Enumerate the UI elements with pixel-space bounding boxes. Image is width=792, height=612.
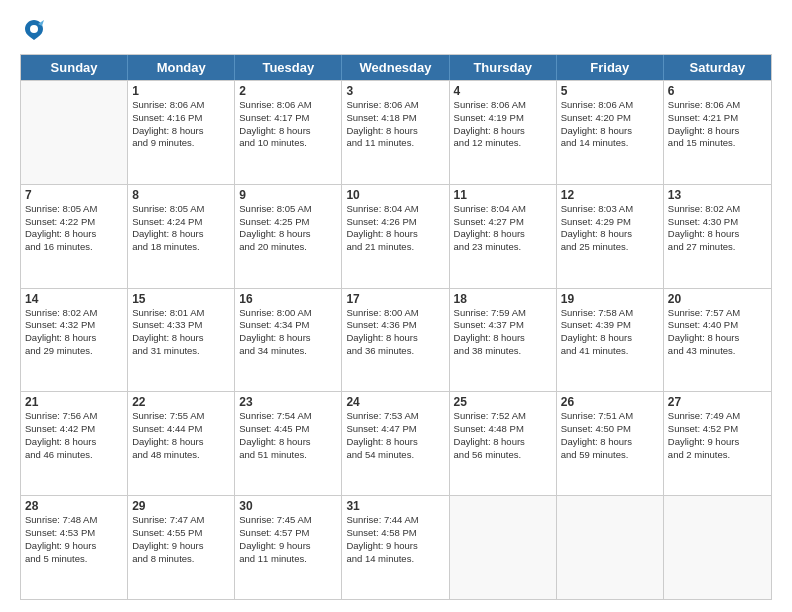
day-info: Sunrise: 8:03 AM Sunset: 4:29 PM Dayligh… <box>561 203 659 254</box>
calendar-cell-14: 14Sunrise: 8:02 AM Sunset: 4:32 PM Dayli… <box>21 289 128 392</box>
day-info: Sunrise: 7:59 AM Sunset: 4:37 PM Dayligh… <box>454 307 552 358</box>
calendar-cell-23: 23Sunrise: 7:54 AM Sunset: 4:45 PM Dayli… <box>235 392 342 495</box>
day-info: Sunrise: 8:05 AM Sunset: 4:25 PM Dayligh… <box>239 203 337 254</box>
day-info: Sunrise: 8:02 AM Sunset: 4:32 PM Dayligh… <box>25 307 123 358</box>
day-number: 13 <box>668 188 767 202</box>
calendar-cell-4: 4Sunrise: 8:06 AM Sunset: 4:19 PM Daylig… <box>450 81 557 184</box>
day-number: 31 <box>346 499 444 513</box>
day-info: Sunrise: 8:06 AM Sunset: 4:18 PM Dayligh… <box>346 99 444 150</box>
day-info: Sunrise: 8:06 AM Sunset: 4:16 PM Dayligh… <box>132 99 230 150</box>
weekday-header-thursday: Thursday <box>450 55 557 80</box>
calendar-cell-1: 1Sunrise: 8:06 AM Sunset: 4:16 PM Daylig… <box>128 81 235 184</box>
day-number: 8 <box>132 188 230 202</box>
calendar-row-0: 1Sunrise: 8:06 AM Sunset: 4:16 PM Daylig… <box>21 80 771 184</box>
day-number: 14 <box>25 292 123 306</box>
calendar-cell-11: 11Sunrise: 8:04 AM Sunset: 4:27 PM Dayli… <box>450 185 557 288</box>
day-number: 1 <box>132 84 230 98</box>
day-info: Sunrise: 7:47 AM Sunset: 4:55 PM Dayligh… <box>132 514 230 565</box>
day-info: Sunrise: 7:51 AM Sunset: 4:50 PM Dayligh… <box>561 410 659 461</box>
day-info: Sunrise: 8:02 AM Sunset: 4:30 PM Dayligh… <box>668 203 767 254</box>
calendar-row-4: 28Sunrise: 7:48 AM Sunset: 4:53 PM Dayli… <box>21 495 771 599</box>
calendar-cell-6: 6Sunrise: 8:06 AM Sunset: 4:21 PM Daylig… <box>664 81 771 184</box>
calendar-body: 1Sunrise: 8:06 AM Sunset: 4:16 PM Daylig… <box>21 80 771 599</box>
day-number: 28 <box>25 499 123 513</box>
logo-icon <box>20 16 48 44</box>
day-info: Sunrise: 8:00 AM Sunset: 4:36 PM Dayligh… <box>346 307 444 358</box>
day-info: Sunrise: 7:58 AM Sunset: 4:39 PM Dayligh… <box>561 307 659 358</box>
calendar-cell-8: 8Sunrise: 8:05 AM Sunset: 4:24 PM Daylig… <box>128 185 235 288</box>
day-number: 25 <box>454 395 552 409</box>
calendar-cell-10: 10Sunrise: 8:04 AM Sunset: 4:26 PM Dayli… <box>342 185 449 288</box>
calendar-cell-3: 3Sunrise: 8:06 AM Sunset: 4:18 PM Daylig… <box>342 81 449 184</box>
calendar-cell-9: 9Sunrise: 8:05 AM Sunset: 4:25 PM Daylig… <box>235 185 342 288</box>
calendar-row-2: 14Sunrise: 8:02 AM Sunset: 4:32 PM Dayli… <box>21 288 771 392</box>
weekday-header-tuesday: Tuesday <box>235 55 342 80</box>
day-number: 7 <box>25 188 123 202</box>
day-info: Sunrise: 7:56 AM Sunset: 4:42 PM Dayligh… <box>25 410 123 461</box>
day-info: Sunrise: 7:52 AM Sunset: 4:48 PM Dayligh… <box>454 410 552 461</box>
day-info: Sunrise: 7:57 AM Sunset: 4:40 PM Dayligh… <box>668 307 767 358</box>
day-number: 12 <box>561 188 659 202</box>
calendar-cell-28: 28Sunrise: 7:48 AM Sunset: 4:53 PM Dayli… <box>21 496 128 599</box>
day-number: 24 <box>346 395 444 409</box>
day-info: Sunrise: 8:01 AM Sunset: 4:33 PM Dayligh… <box>132 307 230 358</box>
calendar: SundayMondayTuesdayWednesdayThursdayFrid… <box>20 54 772 600</box>
calendar-cell-19: 19Sunrise: 7:58 AM Sunset: 4:39 PM Dayli… <box>557 289 664 392</box>
calendar-cell-30: 30Sunrise: 7:45 AM Sunset: 4:57 PM Dayli… <box>235 496 342 599</box>
day-number: 15 <box>132 292 230 306</box>
day-number: 22 <box>132 395 230 409</box>
day-number: 20 <box>668 292 767 306</box>
day-number: 27 <box>668 395 767 409</box>
calendar-cell-29: 29Sunrise: 7:47 AM Sunset: 4:55 PM Dayli… <box>128 496 235 599</box>
weekday-header-sunday: Sunday <box>21 55 128 80</box>
day-info: Sunrise: 8:06 AM Sunset: 4:20 PM Dayligh… <box>561 99 659 150</box>
calendar-cell-16: 16Sunrise: 8:00 AM Sunset: 4:34 PM Dayli… <box>235 289 342 392</box>
calendar-cell-5: 5Sunrise: 8:06 AM Sunset: 4:20 PM Daylig… <box>557 81 664 184</box>
calendar-cell-15: 15Sunrise: 8:01 AM Sunset: 4:33 PM Dayli… <box>128 289 235 392</box>
page: SundayMondayTuesdayWednesdayThursdayFrid… <box>0 0 792 612</box>
day-number: 4 <box>454 84 552 98</box>
header <box>20 16 772 44</box>
day-number: 17 <box>346 292 444 306</box>
day-number: 21 <box>25 395 123 409</box>
weekday-header-wednesday: Wednesday <box>342 55 449 80</box>
day-info: Sunrise: 7:54 AM Sunset: 4:45 PM Dayligh… <box>239 410 337 461</box>
calendar-row-1: 7Sunrise: 8:05 AM Sunset: 4:22 PM Daylig… <box>21 184 771 288</box>
day-number: 6 <box>668 84 767 98</box>
day-info: Sunrise: 7:45 AM Sunset: 4:57 PM Dayligh… <box>239 514 337 565</box>
calendar-header: SundayMondayTuesdayWednesdayThursdayFrid… <box>21 55 771 80</box>
day-number: 30 <box>239 499 337 513</box>
calendar-cell-18: 18Sunrise: 7:59 AM Sunset: 4:37 PM Dayli… <box>450 289 557 392</box>
calendar-cell-22: 22Sunrise: 7:55 AM Sunset: 4:44 PM Dayli… <box>128 392 235 495</box>
calendar-cell-21: 21Sunrise: 7:56 AM Sunset: 4:42 PM Dayli… <box>21 392 128 495</box>
weekday-header-friday: Friday <box>557 55 664 80</box>
calendar-cell-24: 24Sunrise: 7:53 AM Sunset: 4:47 PM Dayli… <box>342 392 449 495</box>
calendar-cell-17: 17Sunrise: 8:00 AM Sunset: 4:36 PM Dayli… <box>342 289 449 392</box>
day-number: 2 <box>239 84 337 98</box>
calendar-cell-empty-4-6 <box>664 496 771 599</box>
day-info: Sunrise: 8:00 AM Sunset: 4:34 PM Dayligh… <box>239 307 337 358</box>
weekday-header-saturday: Saturday <box>664 55 771 80</box>
day-info: Sunrise: 8:04 AM Sunset: 4:26 PM Dayligh… <box>346 203 444 254</box>
calendar-cell-20: 20Sunrise: 7:57 AM Sunset: 4:40 PM Dayli… <box>664 289 771 392</box>
calendar-cell-empty-4-4 <box>450 496 557 599</box>
day-info: Sunrise: 8:05 AM Sunset: 4:24 PM Dayligh… <box>132 203 230 254</box>
calendar-row-3: 21Sunrise: 7:56 AM Sunset: 4:42 PM Dayli… <box>21 391 771 495</box>
day-number: 19 <box>561 292 659 306</box>
calendar-cell-empty-4-5 <box>557 496 664 599</box>
calendar-cell-empty-0-0 <box>21 81 128 184</box>
day-info: Sunrise: 7:48 AM Sunset: 4:53 PM Dayligh… <box>25 514 123 565</box>
day-info: Sunrise: 7:55 AM Sunset: 4:44 PM Dayligh… <box>132 410 230 461</box>
day-info: Sunrise: 8:06 AM Sunset: 4:19 PM Dayligh… <box>454 99 552 150</box>
calendar-cell-12: 12Sunrise: 8:03 AM Sunset: 4:29 PM Dayli… <box>557 185 664 288</box>
calendar-cell-27: 27Sunrise: 7:49 AM Sunset: 4:52 PM Dayli… <box>664 392 771 495</box>
calendar-cell-25: 25Sunrise: 7:52 AM Sunset: 4:48 PM Dayli… <box>450 392 557 495</box>
day-number: 11 <box>454 188 552 202</box>
day-info: Sunrise: 8:06 AM Sunset: 4:21 PM Dayligh… <box>668 99 767 150</box>
day-number: 29 <box>132 499 230 513</box>
calendar-cell-13: 13Sunrise: 8:02 AM Sunset: 4:30 PM Dayli… <box>664 185 771 288</box>
day-number: 3 <box>346 84 444 98</box>
day-number: 23 <box>239 395 337 409</box>
day-number: 26 <box>561 395 659 409</box>
day-info: Sunrise: 7:44 AM Sunset: 4:58 PM Dayligh… <box>346 514 444 565</box>
